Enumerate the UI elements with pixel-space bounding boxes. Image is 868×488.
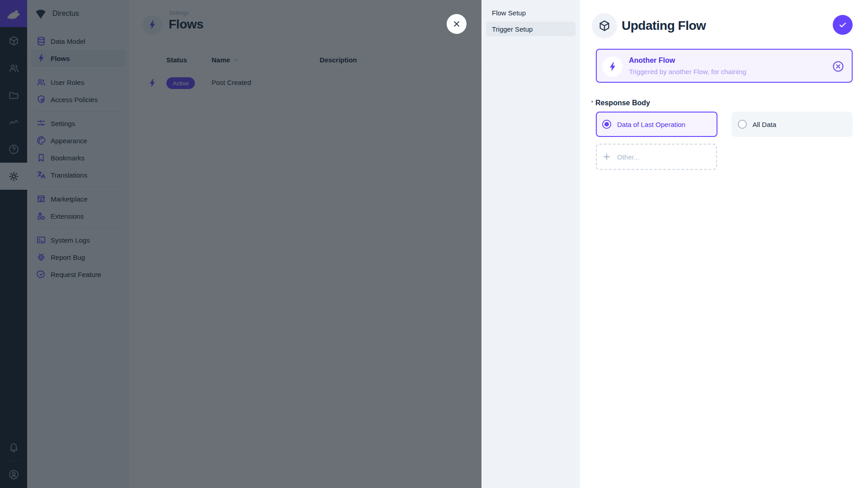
drawer-step-trigger-setup[interactable]: Trigger Setup [486, 22, 576, 36]
response-body-option-all-data[interactable]: All Data [731, 112, 853, 137]
response-body-options: Data of Last Operation All Data [596, 112, 853, 137]
option-label: Data of Last Operation [617, 121, 685, 128]
check-icon [838, 20, 847, 29]
response-body-label: Response Body [595, 99, 650, 107]
other-option-label: Other... [617, 153, 639, 161]
box-cube-icon [598, 19, 611, 32]
trigger-bolt-circle [602, 56, 623, 77]
close-drawer-button[interactable] [447, 14, 467, 34]
drawer-step-label: Trigger Setup [492, 25, 533, 33]
deselect-trigger-icon[interactable] [832, 60, 844, 73]
trigger-setup-drawer: Flow Setup Trigger Setup Updating Flow A… [481, 0, 868, 488]
other-option-button[interactable]: Other... [596, 144, 717, 170]
drawer-step-flow-setup[interactable]: Flow Setup [486, 5, 576, 20]
save-button[interactable] [833, 15, 853, 35]
drawer-icon-circle [592, 13, 617, 38]
response-body-option-data-of-last-operation[interactable]: Data of Last Operation [596, 112, 717, 137]
drawer-main: Updating Flow Another Flow Triggered by … [580, 0, 868, 488]
modal-overlay[interactable] [0, 0, 481, 488]
radio-icon [738, 120, 747, 129]
bolt-icon [607, 61, 618, 72]
directus-app: Directus Data Model Flows User Roles Acc… [0, 0, 868, 488]
drawer-steps: Flow Setup Trigger Setup [481, 0, 580, 488]
radio-icon [602, 120, 611, 129]
trigger-card-title: Another Flow [629, 56, 675, 65]
option-label: All Data [753, 121, 777, 128]
drawer-title: Updating Flow [622, 19, 706, 33]
trigger-card-subtitle: Triggered by another Flow, for chaining [629, 68, 746, 75]
plus-icon [602, 152, 611, 161]
trigger-type-card[interactable]: Another Flow Triggered by another Flow, … [596, 49, 853, 83]
drawer-step-label: Flow Setup [492, 9, 526, 17]
close-icon [452, 19, 461, 28]
